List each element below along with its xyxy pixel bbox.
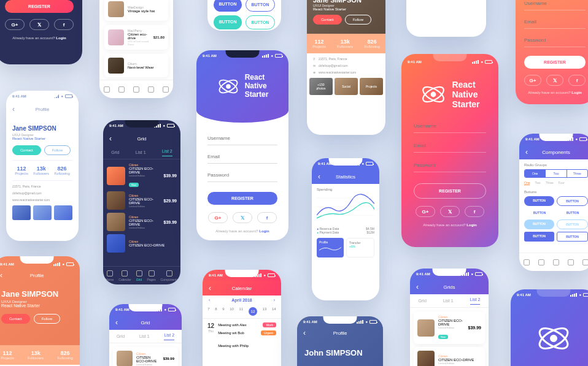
twitter-icon[interactable]: 𝕏 <box>233 212 252 223</box>
profile-avatar-phone: Jane SIMPSON UX/UI Designer React Native… <box>307 0 385 135</box>
twitter-icon[interactable]: 𝕏 <box>546 75 563 86</box>
grid-item[interactable]: CitizenCITIZEN ECO-DRIVELimited Edition$… <box>107 213 177 231</box>
grid-item[interactable]: CitizenCITIZEN ECO-DRIVELimited Edition$… <box>107 191 177 210</box>
twitter-icon[interactable]: 𝕏 <box>29 19 49 30</box>
status-time: 9:41 AM <box>12 94 26 98</box>
follow-button[interactable]: Follow <box>34 314 60 324</box>
grid-header: Grid <box>109 315 182 330</box>
grid-item[interactable]: CitizenCITIZEN ECO-DRIVE <box>107 234 177 253</box>
grid-item[interactable]: CitizenCITIZEN ECO-DRIVELimited EditionN… <box>414 311 485 344</box>
profile-blue-phone: 9:41 AM● Profile John SIMPSON <box>297 316 383 366</box>
list-item[interactable]: Mad PerryCitizen eco-drive20% off larif … <box>104 25 168 50</box>
follow-button[interactable]: Follow <box>44 145 71 155</box>
radio-group[interactable]: One Two Three <box>524 169 588 178</box>
profile-company: React Native Starter <box>12 137 72 140</box>
grid-header: Grid <box>103 131 180 146</box>
username-field[interactable] <box>524 0 586 10</box>
event-item[interactable]: Meeting wit BobUrgent <box>218 330 276 335</box>
register-button[interactable]: REGISTER <box>207 192 277 205</box>
brand-logo <box>511 320 588 357</box>
login-prompt: Already have an account? Login <box>207 229 277 233</box>
grid-item[interactable]: CitizenCITIZEN ECO-DRIVELimited EditionN… <box>107 163 177 188</box>
stat-tab[interactable]: Profile <box>317 238 344 257</box>
email-field[interactable] <box>414 139 486 153</box>
google-icon[interactable]: G+ <box>524 75 541 86</box>
profile-name: Jane SIMPSON <box>12 125 72 132</box>
email-field[interactable] <box>524 15 586 29</box>
email-text: dxfelixop@gmail.com <box>12 191 72 195</box>
calendar-header: Calendar <box>203 281 281 295</box>
components-phone: 9:41 AM● Components Radio Groups One Two… <box>519 134 588 271</box>
button-teal-outline[interactable]: BUTTON <box>246 15 275 29</box>
button-teal[interactable]: BUTTON <box>214 15 242 29</box>
grid-tabs[interactable]: GridList 1List 2 <box>103 146 180 159</box>
google-icon[interactable]: G+ <box>416 206 435 217</box>
gallery-row[interactable]: +150 photos Social Projects <box>307 78 385 95</box>
social-row: G+ 𝕏 f <box>5 19 74 30</box>
profile-light-phone: 9:41 AM● Profile Jane SIMPSON UX/UI Desi… <box>6 91 79 241</box>
button-outline[interactable]: BUTTON <box>246 0 275 12</box>
location-text: 21571, Paris, France <box>12 185 72 188</box>
facebook-icon[interactable]: f <box>54 19 74 30</box>
stats-row: 112Projects 13kFollowers 826Following <box>307 34 385 53</box>
follow-button[interactable]: Follow <box>345 15 371 25</box>
svg-point-2 <box>226 85 230 88</box>
username-field[interactable] <box>414 120 486 133</box>
social-row: G+ 𝕏 f <box>524 75 586 86</box>
register-white-phone: 9:41 AM● React Native Starter REGISTER G… <box>196 50 288 240</box>
grid-tabs[interactable]: GridList 1List 2 <box>410 294 489 308</box>
event-item[interactable]: Meeting with Philip <box>218 338 276 349</box>
bottom-nav[interactable] <box>519 253 588 271</box>
stats-phone: 9:41 AM● Statistics Spending ● Revenue D… <box>312 158 379 300</box>
password-field[interactable] <box>414 159 486 172</box>
logo-blue-phone: 9:41 AM● <box>511 289 588 366</box>
google-icon[interactable]: G+ <box>208 212 228 223</box>
password-field[interactable] <box>524 34 586 47</box>
grid-item[interactable]: CitizenCITIZEN ECO-DRIVELimited Edition <box>414 347 485 366</box>
profile-name: John SIMPSON <box>297 338 383 357</box>
bottom-nav[interactable] <box>99 80 173 98</box>
svg-point-11 <box>551 336 557 341</box>
email-field[interactable] <box>207 150 277 164</box>
grid-tabs[interactable]: GridList 1List 2 <box>109 330 182 343</box>
profile-name: Jane SIMPSON <box>1 289 72 299</box>
grids-light-phone: 9:41 AM● Grids GridList 1List 2 CitizenC… <box>410 269 489 366</box>
radio-group-2[interactable]: OneTwoThreeFour <box>524 181 588 185</box>
event-item[interactable]: Meeting with AlexWork <box>218 322 276 327</box>
calendar-phone: 9:41 AM● Calendar ‹April 2018› 7891011 1… <box>203 270 281 366</box>
facebook-icon[interactable]: f <box>568 75 586 86</box>
contact-button[interactable]: Contact <box>1 314 30 324</box>
brand-logo: React Native Starter <box>217 74 269 99</box>
buttons-card-top: BUTTONBUTTON BUTTONBUTTON <box>207 0 281 31</box>
register-button[interactable]: REGISTER <box>414 183 486 199</box>
svg-point-8 <box>431 93 436 97</box>
password-field[interactable] <box>207 169 277 182</box>
month-selector[interactable]: ‹April 2018› <box>203 295 281 305</box>
contact-button[interactable]: Contact <box>313 15 342 25</box>
google-icon[interactable]: G+ <box>5 19 25 30</box>
stat-tab[interactable]: Transfer+8% <box>346 238 374 257</box>
list-item[interactable]: CibornNext-level Wear <box>104 54 168 77</box>
grid-light-phone: 9:41 AM● Grid GridList 1List 2 CitizenCI… <box>109 304 182 366</box>
profile-header: Profile <box>6 102 79 116</box>
register-button[interactable]: REGISTER <box>5 0 74 13</box>
website-text: www.reactnativestarter.com <box>12 198 72 202</box>
button-primary[interactable]: BUTTON <box>214 0 242 12</box>
grids-header: Grids <box>410 280 489 294</box>
stats-row: 112Projects 13kFollowers 826Following <box>12 160 72 181</box>
stats-header: Statistics <box>312 169 379 184</box>
bottom-nav[interactable]: Home Calendar Grid Pages Components <box>103 266 180 284</box>
facebook-icon[interactable]: f <box>465 206 484 217</box>
login-prompt: Already have an account? Login <box>524 91 586 94</box>
list-item[interactable]: WaeDesignVintage style hat <box>104 0 168 21</box>
username-field[interactable] <box>207 132 277 145</box>
grid-item[interactable]: CitizenCITIZEN ECO-DRIVELimited Edition$… <box>113 347 178 366</box>
login-prompt: Already have an account? Login <box>414 223 486 227</box>
contact-button[interactable]: Contact <box>12 145 41 155</box>
register-button[interactable]: REGISTER <box>524 56 586 69</box>
twitter-icon[interactable]: 𝕏 <box>440 206 460 217</box>
components-header: Components <box>519 145 588 159</box>
facebook-icon[interactable]: f <box>257 212 277 223</box>
calendar-days[interactable]: 7891011 12 1314 <box>203 305 281 318</box>
grid-dark-phone: 9:41 AM● Grid GridList 1List 2 CitizenCI… <box>103 120 180 284</box>
